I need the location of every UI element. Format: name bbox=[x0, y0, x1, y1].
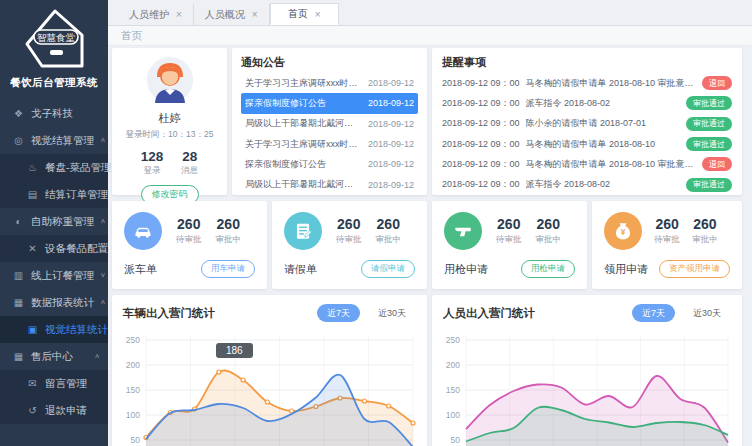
notice-item[interactable]: 局级以上干部暑期北戴河度假通知2018-09-12 bbox=[241, 114, 418, 134]
stat-value: 260 bbox=[176, 216, 202, 232]
notice-date: 2018-09-12 bbox=[368, 180, 414, 190]
tab-首页[interactable]: 首页× bbox=[270, 3, 339, 25]
stat-value: 260 bbox=[216, 216, 242, 232]
sidebar-item-4[interactable]: ◐自助称重管理∧ bbox=[0, 208, 108, 235]
sidebar-item-2[interactable]: ♨餐盘-菜品管理 bbox=[0, 154, 108, 181]
chart-card-0: 车辆出入营门统计近7天近30天25020015010050186 bbox=[112, 295, 427, 446]
settlement-order-icon: ▤ bbox=[26, 189, 39, 200]
leave-form-icon bbox=[284, 212, 322, 250]
notice-item[interactable]: 关于学习习主席调研xxx时发表的重要讲话...2018-09-12 bbox=[241, 73, 418, 93]
stat-value: 260 bbox=[496, 216, 522, 232]
tab-人员概况[interactable]: 人员概况× bbox=[194, 4, 270, 25]
range-pill-7d[interactable]: 近7天 bbox=[632, 304, 675, 322]
sidebar-item-1[interactable]: ◎视觉结算管理∧ bbox=[0, 127, 108, 154]
reminder-item[interactable]: 2018-09-12 09：00派车指令 2018-08-02审批通过 bbox=[442, 174, 732, 194]
logo-subtitle: 餐饮后台管理系统 bbox=[0, 76, 108, 90]
avatar bbox=[147, 57, 193, 103]
reminder-item[interactable]: 2018-09-12 09：00马冬梅的请假申请单 2018-08-10 审批意… bbox=[442, 73, 732, 93]
notice-text: 局级以上干部暑期北戴河度假通知 bbox=[245, 178, 362, 191]
notice-list: 关于学习习主席调研xxx时发表的重要讲话...2018-09-12探亲假制度修订… bbox=[241, 73, 418, 195]
stat-label: 待审批 bbox=[336, 234, 362, 246]
notice-date: 2018-09-12 bbox=[368, 139, 414, 149]
sidebar-item-10[interactable]: ✉留言管理 bbox=[0, 370, 108, 397]
reminder-time: 2018-09-12 09：00 bbox=[442, 97, 520, 110]
reminder-panel-title: 提醒事项 bbox=[442, 55, 732, 70]
sidebar: 智慧食堂 餐饮后台管理系统 ❖戈子科技◎视觉结算管理∧♨餐盘-菜品管理▤结算订单… bbox=[0, 0, 108, 446]
stat-card-用枪申请: 260待审批260审批中用枪申请用枪申请 bbox=[432, 201, 587, 289]
notice-text: 关于学习习主席调研xxx时发表的重要讲话... bbox=[245, 138, 362, 151]
reminder-time: 2018-09-12 09：00 bbox=[442, 117, 520, 130]
range-pill-7d[interactable]: 近7天 bbox=[317, 304, 360, 322]
sidebar-item-label: 自助称重管理 bbox=[31, 215, 94, 229]
stat-label: 待审批 bbox=[176, 234, 202, 246]
sidebar-item-label: 视觉结算管理 bbox=[31, 134, 94, 148]
reminder-time: 2018-09-12 09：00 bbox=[442, 178, 520, 191]
logo: 智慧食堂 餐饮后台管理系统 bbox=[0, 0, 108, 90]
svg-text:200: 200 bbox=[446, 360, 460, 370]
close-icon[interactable]: × bbox=[252, 9, 258, 20]
reminder-item[interactable]: 2018-09-12 09：00马冬梅的请假申请单 2018-08-10审批通过 bbox=[442, 134, 732, 154]
message-count: 28 bbox=[181, 149, 198, 164]
close-icon[interactable]: × bbox=[315, 9, 321, 20]
sidebar-item-5[interactable]: ✕设备餐品配置 bbox=[0, 235, 108, 262]
sidebar-item-label: 退款申请 bbox=[45, 404, 87, 418]
content: 杜婷 登录时间：10：13：25 128 登录 28 消息 修改密码 通知公告 bbox=[108, 46, 752, 446]
vehicle-gate-chart: 25020015010050 bbox=[120, 328, 417, 446]
sidebar-item-8[interactable]: ▣视觉结算统计 bbox=[0, 316, 108, 343]
reminder-time: 2018-09-12 09：00 bbox=[442, 77, 520, 90]
svg-text:50: 50 bbox=[451, 435, 461, 445]
stat-apply-button[interactable]: 资产领用申请 bbox=[659, 260, 730, 278]
svg-text:50: 50 bbox=[131, 435, 141, 445]
tab-人员维护[interactable]: 人员维护× bbox=[118, 4, 194, 25]
notice-item[interactable]: 关于学习习主席调研xxx时发表的重要讲话...2018-09-12 bbox=[241, 134, 418, 154]
reminder-item[interactable]: 2018-09-12 09：00陈小余的请假申请 2018-07-01审批通过 bbox=[442, 114, 732, 134]
sidebar-item-6[interactable]: ▥线上订餐管理∨ bbox=[0, 262, 108, 289]
main-area: 人员维护×人员概况×首页× 首页 杜婷 登录时间：10：13：25 bbox=[108, 0, 752, 446]
stat-label: 审批中 bbox=[216, 234, 242, 246]
reminder-item[interactable]: 2018-09-12 09：00派车指令 2018-08-02审批通过 bbox=[442, 93, 732, 113]
login-count: 128 bbox=[141, 149, 164, 164]
sidebar-item-0[interactable]: ❖戈子科技 bbox=[0, 100, 108, 127]
notice-item[interactable]: 探亲假制度修订公告2018-09-12 bbox=[241, 93, 418, 113]
stat-label: 待审批 bbox=[654, 234, 680, 246]
login-count-label: 登录 bbox=[141, 165, 164, 177]
sidebar-item-3[interactable]: ▤结算订单管理 bbox=[0, 181, 108, 208]
chart-tooltip: 186 bbox=[216, 343, 253, 358]
company-icon: ❖ bbox=[12, 108, 25, 119]
chevron-up-icon: ∧ bbox=[100, 218, 106, 225]
user-name: 杜婷 bbox=[112, 111, 227, 126]
stat-apply-button[interactable]: 请假申请 bbox=[361, 260, 415, 278]
range-toggle: 近7天近30天 bbox=[317, 304, 416, 322]
self-weighing-icon: ◐ bbox=[12, 216, 25, 227]
sidebar-item-9[interactable]: ▦售后中心∧ bbox=[0, 343, 108, 370]
message-icon: ✉ bbox=[26, 378, 39, 389]
close-icon[interactable]: × bbox=[176, 9, 182, 20]
breadcrumb: 首页 bbox=[108, 26, 752, 46]
dish-management-icon: ♨ bbox=[26, 162, 39, 173]
notice-item[interactable]: 探亲假制度修订公告2018-09-12 bbox=[241, 154, 418, 174]
notice-item[interactable]: 局级以上干部暑期北戴河度假通知2018-09-12 bbox=[241, 174, 418, 194]
stat-apply-button[interactable]: 用枪申请 bbox=[521, 260, 575, 278]
chart-card-1: 人员出入营门统计近7天近30天25020015010050 bbox=[432, 295, 742, 446]
chevron-up-icon: ∧ bbox=[100, 299, 106, 306]
range-pill-30d[interactable]: 近30天 bbox=[368, 304, 416, 322]
sidebar-item-label: 售后中心 bbox=[31, 350, 73, 364]
message-count-label: 消息 bbox=[181, 165, 198, 177]
reminder-text: 马冬梅的请假申请单 2018-08-10 审批意见：时间不符... bbox=[526, 158, 696, 171]
stat-apply-button[interactable]: 用车申请 bbox=[201, 260, 255, 278]
sidebar-item-7[interactable]: ▦数据报表统计∧ bbox=[0, 289, 108, 316]
status-badge: 退回 bbox=[702, 157, 732, 171]
vision-stats-icon: ▣ bbox=[26, 324, 39, 335]
range-pill-30d[interactable]: 近30天 bbox=[683, 304, 731, 322]
sidebar-item-label: 留言管理 bbox=[45, 377, 87, 391]
reminder-list: 2018-09-12 09：00马冬梅的请假申请单 2018-08-10 审批意… bbox=[442, 73, 732, 195]
sidebar-item-11[interactable]: ↺退款申请 bbox=[0, 397, 108, 424]
reminder-item[interactable]: 2018-09-12 09：00马冬梅的请假申请单 2018-08-10 审批意… bbox=[442, 154, 732, 174]
reminder-panel: 提醒事项 2018-09-12 09：00马冬梅的请假申请单 2018-08-1… bbox=[432, 48, 742, 195]
sidebar-item-label: 戈子科技 bbox=[31, 107, 73, 121]
login-time: 登录时间：10：13：25 bbox=[112, 129, 227, 141]
data-report-icon: ▦ bbox=[12, 297, 25, 308]
status-badge: 审批通过 bbox=[686, 96, 732, 110]
sidebar-item-label: 餐盘-菜品管理 bbox=[45, 161, 112, 175]
vision-settlement-icon: ◎ bbox=[12, 135, 25, 146]
